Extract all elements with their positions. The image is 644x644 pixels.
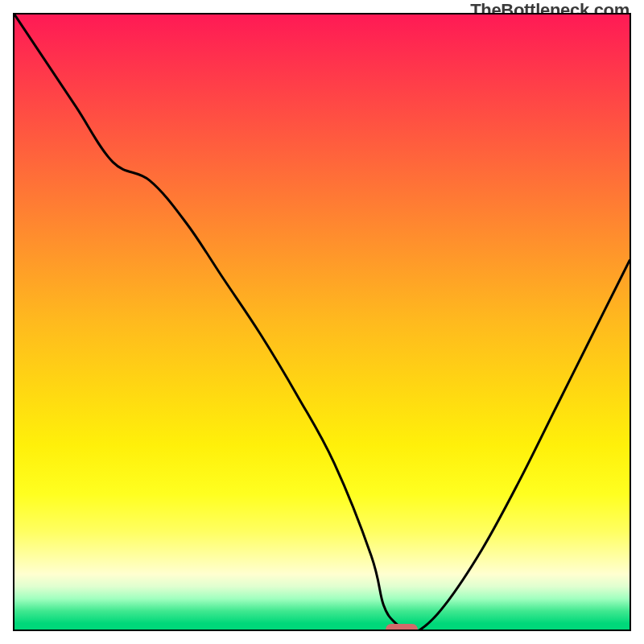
curve-svg — [14, 14, 630, 630]
plot-area — [13, 13, 631, 631]
optimal-point-marker — [386, 624, 418, 631]
bottleneck-curve-path — [14, 14, 630, 630]
chart-container: TheBottleneck.com — [0, 0, 644, 644]
